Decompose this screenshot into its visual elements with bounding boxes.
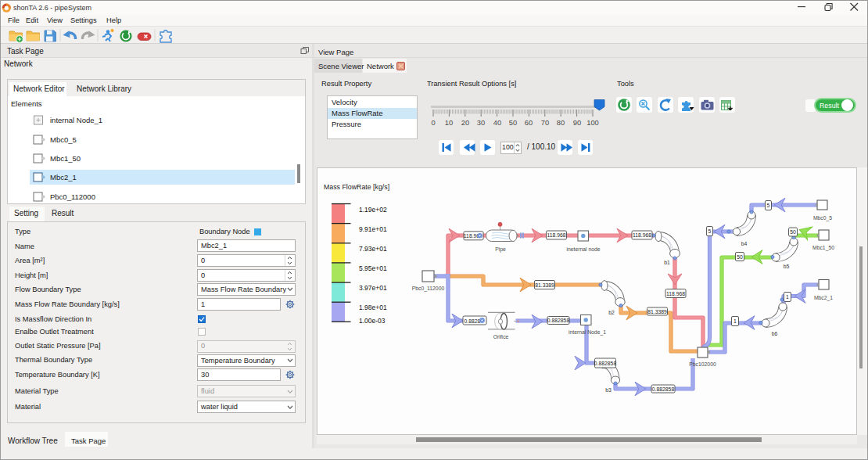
svg-text:81.3389: 81.3389	[535, 282, 554, 288]
svg-text:Pipe: Pipe	[495, 246, 506, 253]
svg-text:internal Node_1: internal Node_1	[569, 329, 606, 336]
svg-text:0.8828: 0.8828	[464, 318, 481, 324]
svg-text:b3: b3	[605, 387, 612, 393]
svg-text:118.968: 118.968	[547, 232, 565, 238]
svg-text:7.93e+01: 7.93e+01	[359, 245, 387, 253]
svg-text:0.882858: 0.882858	[547, 318, 570, 323]
svg-text:Mass FlowRate [kg/s]: Mass FlowRate [kg/s]	[324, 183, 389, 191]
svg-text:5: 5	[708, 228, 712, 234]
svg-text:9.91e+01: 9.91e+01	[359, 225, 387, 233]
svg-text:Pbc0_112000: Pbc0_112000	[412, 286, 445, 292]
svg-text:3.97e+01: 3.97e+01	[359, 284, 387, 292]
svg-text:1.98e+01: 1.98e+01	[359, 304, 387, 311]
svg-text:5: 5	[767, 203, 770, 208]
svg-text:b5: b5	[784, 264, 790, 269]
svg-text:81.3389: 81.3389	[647, 309, 667, 314]
svg-text:118.968: 118.968	[666, 291, 685, 296]
svg-text:5.95e+01: 5.95e+01	[359, 264, 387, 272]
svg-text:b1: b1	[664, 260, 670, 265]
svg-text:b2: b2	[608, 310, 615, 315]
svg-text:Mbc2_1: Mbc2_1	[814, 295, 833, 301]
svg-text:b6: b6	[772, 331, 778, 336]
svg-text:1.19e+02: 1.19e+02	[359, 206, 387, 214]
svg-text:Mbc0_5: Mbc0_5	[813, 215, 832, 221]
svg-text:b4: b4	[741, 241, 748, 246]
svg-text:50: 50	[737, 254, 743, 260]
svg-text:0.882858: 0.882858	[594, 361, 617, 366]
svg-text:1: 1	[786, 294, 789, 300]
svg-text:1: 1	[733, 318, 737, 324]
svg-text:1.00e-03: 1.00e-03	[359, 317, 386, 325]
svg-text:50: 50	[790, 229, 796, 235]
svg-text:118.968: 118.968	[633, 232, 651, 238]
svg-text:Pbc102000: Pbc102000	[689, 361, 716, 367]
svg-text:0.882858: 0.882858	[652, 386, 675, 392]
svg-text:ineternal node: ineternal node	[566, 246, 600, 252]
svg-text:Orifice: Orifice	[493, 334, 509, 340]
svg-text:Mbc1_50: Mbc1_50	[812, 245, 834, 251]
